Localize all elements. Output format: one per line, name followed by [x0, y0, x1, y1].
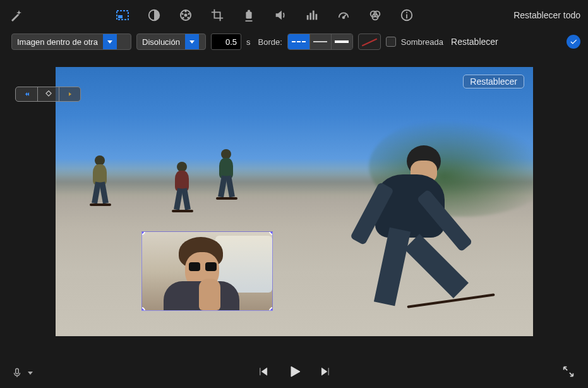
- apply-button[interactable]: [567, 35, 580, 49]
- border-thick-option[interactable]: [331, 34, 352, 49]
- volume-icon[interactable]: [273, 8, 288, 23]
- svg-point-4: [184, 14, 188, 17]
- magic-wand-icon[interactable]: [9, 8, 24, 23]
- chevron-down-icon: [185, 34, 199, 49]
- svg-point-5: [184, 10, 186, 12]
- svg-rect-15: [316, 14, 318, 20]
- svg-rect-11: [248, 10, 250, 13]
- shadow-label: Sombreada: [401, 37, 443, 47]
- voiceover-button[interactable]: [11, 366, 33, 380]
- transition-label: Disolución: [137, 37, 185, 47]
- svg-rect-13: [309, 13, 311, 20]
- border-label: Borde:: [258, 37, 282, 47]
- main-video-frame: [56, 67, 533, 336]
- play-button[interactable]: [287, 364, 302, 382]
- svg-point-8: [182, 16, 184, 18]
- svg-rect-21: [16, 368, 19, 373]
- controls-reset-button[interactable]: Restablecer: [448, 37, 501, 47]
- color-balance-icon[interactable]: [147, 8, 162, 23]
- viewer-prev-button[interactable]: [16, 87, 37, 101]
- viewer-center-button[interactable]: [37, 87, 59, 101]
- pip-handle-top-left[interactable]: [141, 231, 145, 235]
- svg-rect-1: [118, 15, 123, 18]
- svg-point-6: [188, 13, 189, 15]
- fullscreen-button[interactable]: [561, 365, 575, 381]
- pip-overlay[interactable]: [141, 231, 273, 311]
- svg-point-7: [187, 16, 189, 18]
- pip-handle-bottom-right[interactable]: [269, 307, 273, 311]
- svg-rect-14: [313, 11, 315, 20]
- playback-bar: [0, 358, 588, 388]
- overlay-mode-label: Imagen dentro de otra: [12, 37, 103, 47]
- border-none-option[interactable]: [288, 34, 309, 49]
- svg-rect-12: [307, 15, 309, 20]
- chevron-down-icon: [103, 34, 117, 49]
- stabilize-icon[interactable]: [241, 8, 256, 23]
- overlay-tab-icon[interactable]: [115, 8, 130, 23]
- pip-handle-top-right[interactable]: [269, 231, 273, 235]
- chevron-down-icon: [28, 372, 33, 375]
- viewer-nav-segment: [15, 87, 81, 102]
- transition-dropdown[interactable]: Disolución: [136, 33, 206, 50]
- pip-handle-bottom-left[interactable]: [141, 307, 145, 311]
- overlay-controls-bar: Imagen dentro de otra Disolución s Borde…: [0, 30, 588, 53]
- equalizer-icon[interactable]: [304, 8, 320, 23]
- svg-point-9: [181, 13, 183, 15]
- duration-unit: s: [246, 37, 251, 47]
- color-correction-icon[interactable]: [178, 8, 193, 23]
- viewer-reset-button[interactable]: Restablecer: [463, 75, 524, 88]
- speed-icon[interactable]: [336, 8, 351, 23]
- prev-frame-button[interactable]: [256, 365, 269, 380]
- reset-all-button[interactable]: Restablecer todo: [513, 10, 580, 20]
- next-frame-button[interactable]: [320, 365, 332, 380]
- overlay-mode-dropdown[interactable]: Imagen dentro de otra: [11, 33, 131, 50]
- preview-viewer: Restablecer: [56, 67, 533, 336]
- svg-rect-10: [246, 12, 251, 19]
- inspector-icon-toolbar: Restablecer todo: [0, 0, 588, 30]
- border-color-chip[interactable]: [358, 33, 381, 50]
- info-icon[interactable]: [399, 8, 414, 23]
- border-thin-option[interactable]: [309, 34, 331, 49]
- border-style-segment: [287, 33, 353, 50]
- crop-icon[interactable]: [210, 8, 225, 23]
- filters-icon[interactable]: [368, 8, 383, 23]
- viewer-next-button[interactable]: [59, 87, 80, 101]
- svg-point-16: [343, 16, 345, 18]
- transition-duration-input[interactable]: [211, 33, 241, 50]
- shadow-checkbox[interactable]: [386, 37, 396, 47]
